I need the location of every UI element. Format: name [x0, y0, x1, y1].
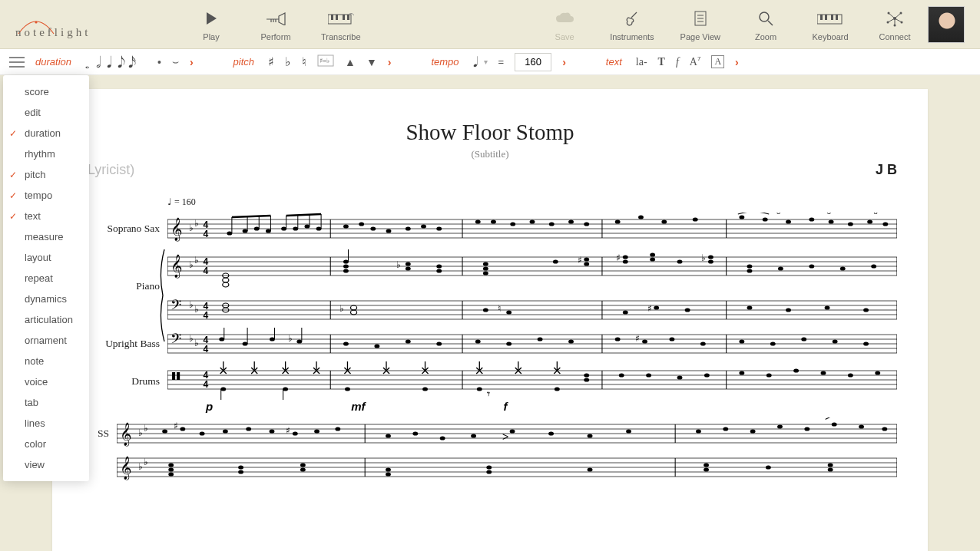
menu-item-voice[interactable]: ✓voice	[3, 371, 89, 392]
menu-item-layout[interactable]: ✓layout	[3, 247, 89, 268]
piano-keys-icon	[328, 8, 354, 29]
sharp-icon[interactable]: ♯	[268, 56, 274, 68]
tie-icon[interactable]: ⌣	[172, 55, 179, 68]
svg-rect-15	[831, 15, 833, 20]
tempo-input[interactable]	[515, 53, 551, 71]
connect-button[interactable]: Connect	[876, 8, 914, 41]
menu-item-repeat[interactable]: ✓repeat	[3, 268, 89, 289]
svg-point-342	[704, 463, 709, 467]
svg-point-332	[168, 472, 174, 476]
dynamic-f[interactable]: f	[504, 400, 508, 413]
svg-point-104	[223, 282, 229, 287]
svg-point-103	[223, 278, 229, 282]
menu-item-dynamics[interactable]: ✓dynamics	[3, 289, 89, 309]
menu-toggle-button[interactable]	[9, 57, 25, 68]
svg-text:♯: ♯	[286, 425, 290, 436]
svg-point-258	[345, 387, 350, 391]
staff-soprano-sax[interactable]: Soprano Sax 𝄞♭♭ 44 333	[83, 213, 897, 245]
svg-line-11	[768, 21, 773, 25]
dynamic-text-icon[interactable]: f	[676, 56, 679, 68]
zoom-button[interactable]: Zoom	[747, 8, 785, 41]
menu-item-tab[interactable]: ✓tab	[3, 392, 89, 413]
staff-drums[interactable]: Drums 44	[83, 361, 897, 401]
menu-item-articulation[interactable]: ✓articulation	[3, 309, 89, 330]
score-title[interactable]: Show Floor Stomp	[83, 120, 897, 145]
staff-piano-treble[interactable]: Piano 𝄞♭♭ 44 ♭♯♯♭	[83, 246, 897, 292]
menu-item-view[interactable]: ✓view	[3, 454, 89, 475]
svg-text:♯=♭: ♯=♭	[319, 57, 329, 64]
dynamic-p[interactable]: p	[206, 400, 213, 413]
menu-item-edit[interactable]: ✓edit	[3, 102, 89, 123]
staff-upright-bass[interactable]: Upright Bass 𝄢♭♭ 44 ♭♯	[83, 328, 897, 360]
avatar[interactable]	[928, 6, 965, 43]
score-subtitle[interactable]: (Subtitle)	[83, 148, 897, 160]
composer-field[interactable]: J B	[876, 162, 897, 178]
svg-point-112	[436, 269, 442, 272]
play-button[interactable]: Play	[192, 8, 230, 41]
keyboard-button[interactable]: Keyboard	[811, 8, 849, 41]
transcribe-button[interactable]: Transcribe	[321, 8, 361, 41]
svg-point-295	[293, 431, 298, 435]
svg-point-185	[243, 341, 248, 345]
svg-point-59	[530, 219, 535, 223]
staff-piano-bass[interactable]: 𝄢♭♭ 44 ♭ ♮♯	[83, 294, 897, 326]
save-button[interactable]: Save	[545, 8, 584, 41]
svg-text:>: >	[825, 417, 831, 423]
menu-item-duration[interactable]: ✓duration	[3, 123, 89, 144]
svg-point-202	[801, 337, 806, 341]
menu-item-rhythm[interactable]: ✓rhythm	[3, 144, 89, 164]
chevron-right-icon[interactable]: ›	[562, 56, 566, 68]
menu-item-color[interactable]: ✓color	[3, 434, 89, 454]
tempo-marking[interactable]: ♩ = 160	[167, 196, 897, 208]
dot-icon[interactable]: •	[157, 56, 161, 68]
svg-point-52	[386, 229, 392, 233]
section-pitch-label: pitch	[233, 56, 254, 68]
instruments-button[interactable]: Instruments	[610, 8, 654, 41]
svg-rect-222	[172, 372, 175, 380]
svg-text:♭: ♭	[194, 338, 199, 348]
chevron-right-icon[interactable]: ›	[190, 56, 194, 68]
enharmonic-icon[interactable]: ♯=♭	[317, 54, 334, 69]
chord-symbol-icon[interactable]: A7	[690, 55, 701, 68]
flat-icon[interactable]: ♭	[285, 56, 291, 68]
magnifier-icon	[757, 8, 774, 29]
text-icon[interactable]: T	[658, 56, 665, 68]
svg-point-304	[588, 434, 593, 437]
pageview-button[interactable]: Page View	[680, 8, 720, 41]
octave-up-icon[interactable]: ▲	[345, 56, 356, 68]
chevron-right-icon[interactable]: ›	[735, 56, 739, 68]
menu-item-measure[interactable]: ✓measure	[3, 226, 89, 247]
menu-item-note[interactable]: ✓note	[3, 351, 89, 371]
natural-icon[interactable]: ♮	[302, 56, 306, 68]
rehearsal-mark-icon[interactable]: A	[711, 55, 724, 68]
beat-unit-dropdown-icon[interactable]: ▾	[484, 58, 488, 66]
staff-ss-line2[interactable]: SS 𝄞♭♭ ♯♯>>	[83, 417, 897, 450]
score-page[interactable]: Show Floor Stomp (Subtitle) (Lyricist) J…	[52, 89, 928, 551]
menu-item-score[interactable]: ✓score	[3, 81, 89, 102]
menu-item-ornament[interactable]: ✓ornament	[3, 330, 89, 351]
svg-point-54	[421, 224, 426, 228]
svg-point-338	[386, 472, 391, 476]
svg-point-74	[882, 222, 888, 226]
menu-item-tempo[interactable]: ✓tempo	[3, 185, 89, 206]
chevron-right-icon[interactable]: ›	[388, 56, 392, 68]
svg-point-257	[283, 387, 288, 391]
play-icon	[204, 8, 218, 29]
lyricist-field[interactable]: (Lyricist)	[83, 162, 134, 178]
system-2: SS 𝄞♭♭ ♯♯>> 𝄞♭♭	[83, 417, 897, 483]
svg-point-50	[359, 222, 364, 226]
menu-item-text[interactable]: ✓text	[3, 206, 89, 226]
svg-text:♭: ♭	[144, 457, 148, 467]
svg-point-105	[343, 259, 349, 263]
svg-point-157	[483, 308, 488, 312]
svg-rect-16	[836, 15, 838, 20]
octave-down-icon[interactable]: ▼	[366, 56, 377, 68]
staff-piano-line2[interactable]: 𝄞♭♭	[83, 451, 897, 483]
menu-item-lines[interactable]: ✓lines	[3, 413, 89, 434]
menu-item-pitch[interactable]: ✓pitch	[3, 164, 89, 185]
lyric-icon[interactable]: la-	[636, 56, 647, 68]
dynamic-mf[interactable]: mf	[351, 400, 365, 413]
perform-button[interactable]: Perform	[257, 8, 295, 41]
svg-point-53	[406, 226, 411, 230]
perform-label: Perform	[260, 32, 290, 41]
